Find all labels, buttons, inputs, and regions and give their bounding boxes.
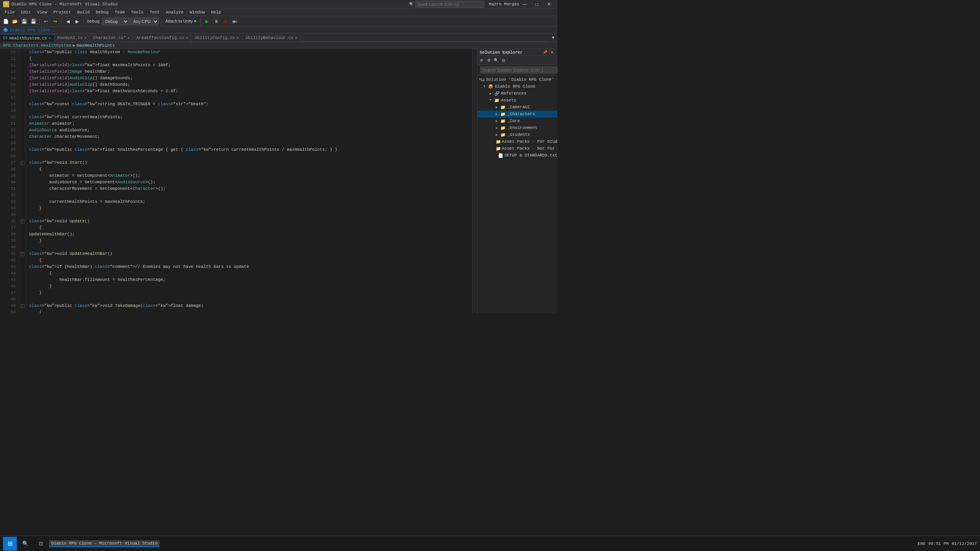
toolbar-sep5 [201,18,201,25]
tree-references[interactable]: ▶ 🔗 References [477,90,557,97]
tree-asset-packs-commercial[interactable]: 📁 Asset Packs - Not For Commercial Use [477,145,557,152]
solution-tree: ▼ 🗂 Solution 'Diablo RPG Clone' (1 proje… [477,75,557,313]
debug-mode-label: Debug [85,19,101,24]
tree-assets[interactable]: ▼ 📁 Assets [477,97,557,104]
menu-help[interactable]: Help [208,8,224,16]
attach-unity-button[interactable]: Attach to Unity ▾ [163,17,199,26]
tab-abilitybehaviour[interactable]: AbilityBehaviour.cs ✕ [242,34,301,42]
menu-build[interactable]: Build [74,8,93,16]
tab-healthsystem-label: HealthSystem.cs [9,36,47,41]
tree-setup-standards[interactable]: 📄 SETUP & STANDARDS.txt [477,152,557,159]
tab-areaeffect[interactable]: AreaEffectConfig.cs ✕ [133,34,191,42]
tree-characters[interactable]: ▶ 📁 _Characters [477,111,557,117]
tree-project[interactable]: ▼ 📦 Diablo RPG Clone [477,83,557,90]
tab-abilityconfig[interactable]: AbilityConfig.cs ✕ [191,34,242,42]
sidebar-prop-btn[interactable]: ⚙ [485,57,492,64]
toolbar-forward[interactable]: ▶ [73,17,81,26]
cpu-dropdown[interactable]: Any CPU [130,18,159,25]
tree-setup-standards-label: SETUP & STANDARDS.txt [504,153,557,158]
menu-tools[interactable]: Tools [128,8,147,16]
menu-edit[interactable]: Edit [18,8,34,16]
code-line-17 [29,95,469,101]
toolbar-new[interactable]: 📄 [2,17,10,26]
code-line-46: } [29,283,469,290]
quick-launch-input[interactable] [415,1,484,8]
tree-core[interactable]: ▶ 📁 _Core [477,117,557,124]
collapse-btn-41[interactable]: - [19,251,26,257]
breadcrumb-sep: ▶ [73,43,75,48]
code-line-19 [29,108,469,114]
sidebar-sync-btn[interactable]: ⟳ [478,57,485,64]
debug-dropdown[interactable]: Debug Release [102,18,129,25]
sidebar-filter-btn[interactable]: 🔍 [493,57,500,64]
menu-file[interactable]: File [2,8,18,16]
code-line-43: class="kw">if (healthBar) class="comment… [29,264,469,270]
toolbar-back[interactable]: ◀ [64,17,72,26]
code-content[interactable]: class="kw">public class HealthSystem : M… [26,49,472,313]
tree-core-arrow: ▶ [496,119,500,123]
code-line-48 [29,296,469,303]
project-folder-icon: 📦 [488,84,494,89]
tree-students[interactable]: ▶ 📁 _Students [477,131,557,138]
tree-solution[interactable]: ▼ 🗂 Solution 'Diablo RPG Clone' (1 proje… [477,76,557,83]
menu-analyze[interactable]: Analyze [163,8,186,16]
toolbar-save-all[interactable]: 💾 [29,17,38,26]
menu-project[interactable]: Project [50,8,74,16]
close-button[interactable]: ✕ [544,0,554,8]
menu-team[interactable]: Team [111,8,127,16]
tree-references-arrow: ▶ [490,91,494,96]
tab-character-close[interactable]: ✕ [127,36,130,40]
tab-healthsystem[interactable]: C# HealthSystem.cs ✕ [0,34,54,42]
code-line-40 [29,244,469,251]
tab-enemyai[interactable]: EnemyAI.cs ✕ [54,34,90,42]
toolbar-pause[interactable]: ⏸ [212,17,220,26]
core-folder-icon: 📁 [500,119,506,124]
tab-abilitybehaviour-close[interactable]: ✕ [295,36,297,40]
menu-window[interactable]: Window [187,8,208,16]
editor-tab-strip: C# HealthSystem.cs ✕ EnemyAI.cs ✕ Charac… [0,34,557,42]
tab-enemyai-close[interactable]: ✕ [84,36,87,40]
code-line-49: class="kw">public class="kw">void TakeDa… [29,303,469,309]
breadcrumb-bar: RPG.Characters.HealthSystem ▶ maxHealthP… [0,42,557,49]
tab-abilityconfig-close[interactable]: ✕ [237,36,239,40]
menu-debug[interactable]: Debug [93,8,111,16]
pin-button[interactable]: 📌 [542,49,548,55]
tab-list-button[interactable]: ▾ [549,34,557,42]
tab-enemyai-label: EnemyAI.cs [57,36,83,40]
tree-environment[interactable]: ▶ 📁 _Environment [477,124,557,131]
code-line-14: [SerializeField] AudioClip[] damageSound… [29,75,469,82]
references-icon: 🔗 [494,91,500,96]
code-line-28: { [29,166,469,173]
breadcrumb-path: RPG.Characters.HealthSystem [3,43,71,48]
tab-healthsystem-close[interactable]: ✕ [49,36,51,41]
toolbar-save[interactable]: 💾 [20,17,28,26]
collapse-btn-36[interactable]: - [19,218,26,225]
quick-launch-label: 🔍 [409,2,414,7]
sidebar-close-button[interactable]: ✕ [549,49,555,55]
toolbar-undo[interactable]: ↩ [42,17,50,26]
solution-explorer-title: Solution Explorer [480,50,523,55]
toolbar-redo[interactable]: ↪ [51,17,59,26]
toolbar-stop[interactable]: ■ [221,17,230,26]
toolbar-sep4 [161,18,161,25]
maximize-button[interactable]: □ [531,0,542,8]
tree-cameraui[interactable]: ▶ 📁 _CameraUI [477,104,557,111]
toolbar-open[interactable]: 📂 [11,17,19,26]
code-editor[interactable]: 1011121314151617181920212223242526272829… [0,49,477,313]
title-bar-text: Diablo RPG Clone - Microsoft Visual Stud… [11,2,409,7]
sidebar-search-input[interactable] [480,67,557,73]
code-scrollbar-v[interactable] [472,49,477,313]
toolbar-step[interactable]: ⏭ [230,17,239,26]
menu-test[interactable]: Test [147,8,163,16]
sidebar-collapse-all-btn[interactable]: ⊟ [500,57,507,64]
tree-asset-packs-students[interactable]: 📁 Asset Packs - For Students [477,138,557,145]
minimize-button[interactable]: — [519,0,530,8]
tab-areaeffect-close[interactable]: ✕ [186,36,188,40]
collapse-btn-27[interactable]: - [19,160,26,166]
tab-character[interactable]: Character.cs* ✕ [90,34,133,42]
toolbar-play[interactable]: ▶ [203,17,211,26]
code-line-35 [29,212,469,218]
menu-view[interactable]: View [34,8,50,16]
tree-asset-packs-commercial-label: Asset Packs - Not For Commercial Use [502,146,557,151]
collapse-btn-49[interactable]: - [19,303,26,309]
